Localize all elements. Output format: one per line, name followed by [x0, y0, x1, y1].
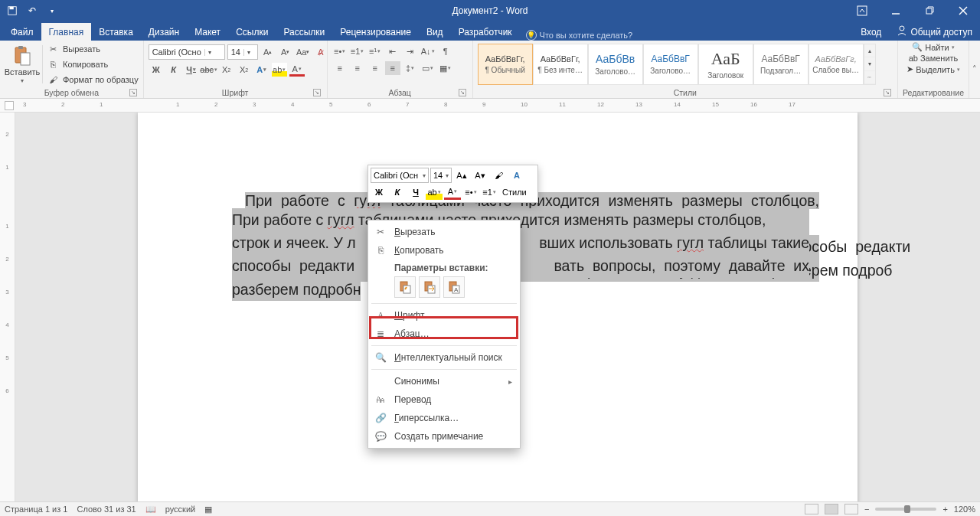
- italic-button[interactable]: К: [166, 63, 181, 77]
- style-tile[interactable]: АаБЗаголовок: [698, 44, 753, 85]
- clipboard-dialog-launcher[interactable]: ↘: [129, 89, 137, 96]
- cut-button[interactable]: ✂Вырезать: [45, 42, 139, 56]
- find-button[interactable]: 🔍Найти▾: [912, 42, 954, 52]
- page-count[interactable]: Страница 1 из 1: [5, 505, 67, 514]
- mini-shrink-font-icon[interactable]: A▾: [472, 168, 488, 183]
- style-tile[interactable]: АаБбВвГг,¶ Обычный: [478, 44, 533, 85]
- zoom-level[interactable]: 120%: [954, 505, 975, 514]
- mini-font-color[interactable]: A: [444, 185, 461, 200]
- ctx-paragraph[interactable]: ≣Абзац…: [368, 325, 520, 343]
- styles-more[interactable]: ▴▾⎓: [864, 44, 876, 85]
- zoom-slider[interactable]: [875, 508, 936, 511]
- save-icon[interactable]: [5, 3, 20, 18]
- ribbon-display-options-icon[interactable]: [845, 0, 879, 21]
- format-painter-button[interactable]: 🖌Формат по образцу: [45, 73, 139, 87]
- ctx-copy[interactable]: ⎘Копировать: [368, 241, 520, 260]
- tab-selector[interactable]: [5, 101, 14, 110]
- mini-numbering[interactable]: ≡1: [481, 185, 498, 200]
- close-button[interactable]: [946, 0, 980, 21]
- tab-design[interactable]: Дизайн: [141, 23, 187, 41]
- paste-keep-source-icon[interactable]: [394, 276, 416, 298]
- tab-references[interactable]: Ссылки: [228, 23, 276, 41]
- tab-home[interactable]: Главная: [41, 23, 92, 41]
- replace-button[interactable]: abЗаменить: [909, 54, 959, 63]
- mini-underline[interactable]: Ч: [407, 185, 424, 200]
- align-right-icon[interactable]: ≡: [368, 61, 383, 75]
- shrink-font-icon[interactable]: A▾: [278, 45, 293, 59]
- ctx-hyperlink[interactable]: 🔗Гиперссылка…: [368, 409, 520, 427]
- para-dialog-launcher[interactable]: ↘: [459, 89, 466, 96]
- font-name-combo[interactable]: Calibri (Осно▾: [149, 44, 225, 60]
- undo-icon[interactable]: ↶: [24, 3, 40, 18]
- font-dialog-launcher[interactable]: ↘: [313, 89, 321, 96]
- bullets-icon[interactable]: ≡•: [332, 44, 348, 58]
- clear-format-icon[interactable]: A̷: [313, 45, 328, 59]
- text-effects-icon[interactable]: A: [254, 63, 270, 77]
- mini-bold[interactable]: Ж: [371, 185, 387, 200]
- mini-format-painter-icon[interactable]: 🖌: [490, 168, 507, 183]
- ctx-new-comment[interactable]: 💬Создать примечание: [368, 427, 520, 446]
- mini-bullets[interactable]: ≡•: [462, 185, 479, 200]
- ctx-cut[interactable]: ✂Вырезать: [368, 223, 520, 241]
- numbering-icon[interactable]: ≡1: [350, 44, 365, 58]
- tab-file[interactable]: Файл: [3, 23, 41, 41]
- horizontal-ruler[interactable]: 3211234567891011121314151617: [0, 99, 980, 113]
- tab-developer[interactable]: Разработчик: [451, 23, 520, 41]
- line-spacing-icon[interactable]: ‡: [403, 61, 418, 75]
- sort-icon[interactable]: A↓: [420, 44, 436, 58]
- sign-in-button[interactable]: Вход: [853, 23, 889, 41]
- copy-button[interactable]: ⎘Копировать: [45, 57, 139, 71]
- mini-font-combo[interactable]: Calibri (Осн▾: [371, 168, 429, 183]
- read-mode-icon[interactable]: [805, 504, 818, 514]
- ctx-font[interactable]: AШрифт…: [368, 306, 520, 325]
- subscript-button[interactable]: X2: [219, 63, 234, 77]
- mini-italic[interactable]: К: [389, 185, 406, 200]
- show-marks-icon[interactable]: ¶: [438, 44, 453, 58]
- tell-me-box[interactable]: 💡 Что вы хотите сделать?: [526, 30, 633, 41]
- print-layout-icon[interactable]: [825, 504, 838, 514]
- style-tile[interactable]: АаБбВвГЗаголово…: [643, 44, 698, 85]
- select-button[interactable]: ➤Выделить▾: [906, 64, 960, 74]
- bold-button[interactable]: Ж: [149, 63, 164, 77]
- mini-highlight[interactable]: ab: [426, 185, 443, 200]
- tab-review[interactable]: Рецензирование: [332, 23, 419, 41]
- style-tile[interactable]: АаБбВвГг,Слабое вы…: [808, 44, 864, 85]
- vertical-ruler[interactable]: 21123456: [0, 113, 15, 501]
- style-tile[interactable]: АаБбВвЗаголово…: [588, 44, 643, 85]
- paste-merge-icon[interactable]: [419, 276, 440, 298]
- style-tile[interactable]: АаБбВвГг,¶ Без инте…: [533, 44, 588, 85]
- shading-icon[interactable]: ▭: [420, 61, 436, 75]
- align-left-icon[interactable]: ≡: [332, 61, 348, 75]
- increase-indent-icon[interactable]: ⇥: [403, 44, 418, 58]
- borders-icon[interactable]: ▦: [438, 61, 453, 75]
- word-count[interactable]: Слово 31 из 31: [77, 505, 136, 514]
- strike-button[interactable]: abc: [201, 63, 217, 77]
- ctx-translate[interactable]: 🗛Перевод: [368, 390, 520, 409]
- tab-mailings[interactable]: Рассылки: [276, 23, 332, 41]
- collapse-ribbon-icon[interactable]: ˄: [969, 41, 980, 98]
- superscript-button[interactable]: X2: [237, 63, 252, 77]
- ctx-synonyms[interactable]: Синонимы: [368, 372, 520, 390]
- multilevel-icon[interactable]: ≡¹: [368, 44, 383, 58]
- paste-button[interactable]: Вставить ▾: [5, 45, 40, 84]
- align-center-icon[interactable]: ≡: [350, 61, 365, 75]
- zoom-in-button[interactable]: +: [942, 505, 947, 514]
- font-size-combo[interactable]: 14▾: [227, 44, 258, 60]
- ctx-smart-lookup[interactable]: 🔍Интеллектуальный поиск: [368, 348, 520, 367]
- minimize-button[interactable]: [879, 0, 913, 21]
- paste-text-only-icon[interactable]: A: [443, 276, 465, 298]
- tab-layout[interactable]: Макет: [187, 23, 228, 41]
- proofing-icon[interactable]: 📖: [145, 505, 156, 514]
- share-button[interactable]: Общий доступ: [889, 23, 980, 41]
- macro-indicator-icon[interactable]: ▦: [204, 505, 212, 514]
- font-color-icon[interactable]: A: [289, 63, 305, 77]
- decrease-indent-icon[interactable]: ⇤: [385, 44, 400, 58]
- tab-insert[interactable]: Вставка: [91, 23, 141, 41]
- mini-styles-icon[interactable]: A: [508, 168, 525, 183]
- restore-button[interactable]: [913, 0, 946, 21]
- mini-styles-button[interactable]: Стили: [499, 185, 530, 200]
- zoom-out-button[interactable]: −: [864, 505, 869, 514]
- justify-icon[interactable]: ≡: [385, 61, 400, 75]
- underline-button[interactable]: Ч: [184, 63, 199, 77]
- highlight-icon[interactable]: ab: [272, 63, 287, 77]
